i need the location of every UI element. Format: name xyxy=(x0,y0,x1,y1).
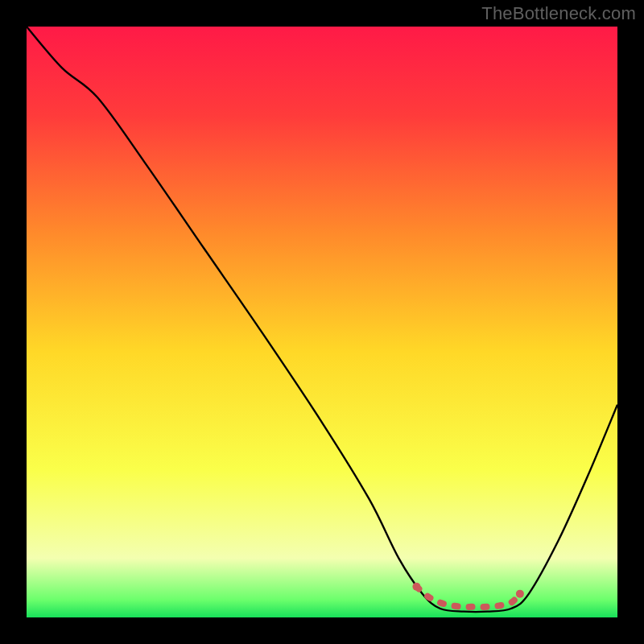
bottleneck-chart xyxy=(0,0,644,644)
svg-point-1 xyxy=(516,590,524,598)
watermark-text: TheBottleneck.com xyxy=(481,3,636,24)
chart-frame: TheBottleneck.com xyxy=(0,0,644,644)
gradient-background xyxy=(27,27,617,617)
svg-point-0 xyxy=(412,583,420,591)
